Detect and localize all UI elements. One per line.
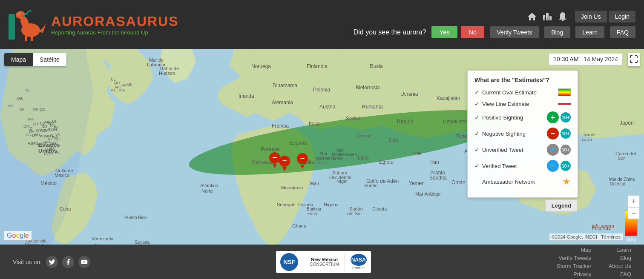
svg-text:Venezuela: Venezuela [92,236,114,241]
privacy-link[interactable]: Privacy [573,271,592,277]
notification-icon [557,11,569,23]
legend-item-viewline: ✓ View Line Estimate [474,100,571,107]
top-icons: 1 2 3 [526,11,569,23]
svg-text:Nicaragua: Nicaragua [25,243,44,245]
yes-button[interactable]: Yes [431,26,457,38]
zoom-in-button[interactable]: + [628,195,640,207]
svg-text:Etiopía: Etiopía [372,206,387,211]
svg-text:Mar de China: Mar de China [609,177,635,182]
svg-text:Irán: Irán [430,159,439,165]
storm-tracker-link[interactable]: Storm Tracker [557,263,592,269]
oval-check: ✓ [474,89,480,96]
map-btn[interactable]: Mapa [4,53,33,66]
zoom-out-button[interactable]: − [628,207,640,219]
youtube-icon[interactable] [78,256,90,268]
learn-link[interactable]: Learn [617,247,631,253]
verify-tweets-button[interactable]: Verify Tweets [490,26,539,38]
twitter-icon[interactable] [46,256,58,268]
svg-text:−: − [273,153,277,162]
legend-item-neg: ✓ Negative Sighting − 10+ [474,128,571,140]
fullscreen-button[interactable] [628,53,640,66]
verified-icons: 🐦 10+ [547,160,571,172]
logo-title: AURORASAURUS [51,14,179,29]
logo-subtitle: Reporting Auroras From the Ground Up [51,29,179,36]
svg-text:−: − [300,154,305,162]
unverified-check: ✓ [474,146,480,153]
svg-text:Alemania: Alemania [272,100,293,105]
map-link[interactable]: Map [581,247,591,253]
svg-text:Turquía: Turquía [396,119,414,125]
no-button[interactable]: No [461,26,484,38]
google-logo: Google [4,231,32,240]
svg-text:QC: QC [40,107,46,111]
faq-link[interactable]: FAQ [620,271,631,277]
legend-item-oval: ✓ Current Oval Estimate [474,88,571,96]
unverified-label: Unverified Tweet [482,147,547,153]
svg-text:Ghana: Ghana [292,223,307,228]
svg-text:Austria: Austria [319,104,336,110]
blog-button[interactable]: Blog [544,26,570,38]
faq-button[interactable]: FAQ [610,26,635,38]
join-us-button[interactable]: Join Us [575,11,607,23]
map-container[interactable]: Estados Unidos México Venezuela Guyana G… [0,49,644,245]
pos-icons: + 10+ [547,111,571,123]
consortium-label: CONSORTIUM [310,262,339,267]
svg-text:1: 1 [546,17,548,20]
svg-text:Noruega: Noruega [251,63,271,69]
red-line [558,103,571,105]
unverified-icons: 🐦 10+ [547,144,571,156]
svg-text:MS: MS [45,148,51,152]
viewline-label: View Line Estimate [482,101,558,107]
svg-point-14 [562,20,564,21]
neg-label: Negative Sighting [482,131,547,137]
nasa-badge: NASA [351,254,367,266]
fullscreen-icon [630,55,638,63]
satellite-btn[interactable]: Satélite [33,53,66,66]
svg-text:TX: TX [37,143,43,148]
svg-text:Bielorrusia: Bielorrusia [356,85,380,91]
svg-text:Uzbekistán: Uzbekistán [443,119,468,125]
svg-rect-0 [9,14,15,40]
svg-text:Túnez: Túnez [315,160,327,165]
svg-text:del Sur: del Sur [347,211,362,216]
footer-logos: NSF New Mexico CONSORTIUM NASA Partner [276,251,371,273]
verify-tweets-link[interactable]: Verify Tweets [558,255,591,261]
map-toggle: Mapa Satélite [4,53,66,66]
date-value: 14 May 2024 [584,56,618,63]
svg-text:ible aurora: ible aurora [592,223,614,228]
learn-button[interactable]: Learn [575,26,604,38]
blog-link[interactable]: Blog [620,255,631,261]
neg-check: ✓ [474,130,480,137]
visit-text: Visit us on: [13,259,42,265]
facebook-icon[interactable] [62,256,74,268]
svg-rect-6 [25,35,27,41]
svg-rect-7 [31,35,33,41]
svg-text:AB: AB [8,104,13,108]
logo-text: AURORASAURUS Reporting Auroras From the … [51,14,179,36]
svg-text:ON: ON [33,107,39,111]
svg-text:Oriental: Oriental [610,182,625,186]
legend-tab-button[interactable]: Legend [545,199,578,212]
svg-text:Finlandia: Finlandia [307,63,328,69]
nsf-badge: NSF [280,253,298,271]
nav-right: 1 2 3 Join Us Login Did you see the auro… [354,11,635,38]
svg-text:Puerto Rico: Puerto Rico [124,215,147,220]
login-button[interactable]: Login [609,11,635,23]
svg-text:Atlántico: Atlántico [200,183,218,188]
legend-item-pos: ✓ Positive Sighting + 10+ [474,111,571,123]
time-value: 10:30 AM [553,56,578,63]
neg-icons: − 10+ [547,128,571,140]
pos-label: Positive Sighting [482,114,547,121]
svg-text:Mediterráneo: Mediterráneo [332,152,357,157]
about-us-link[interactable]: About Us [609,263,631,269]
svg-point-5 [18,13,19,14]
nsf-logo: NSF New Mexico CONSORTIUM NASA Partner [276,251,371,273]
pos-badge: + [547,111,559,123]
svg-text:Guyana: Guyana [135,240,150,245]
svg-text:Francia: Francia [272,123,289,129]
svg-text:OH: OH [51,128,57,132]
svg-text:SD: SD [42,124,47,128]
svg-text:NL: NL [111,77,116,82]
nmc-label: New Mexico [310,257,339,262]
svg-text:Kazajistán: Kazajistán [437,95,460,101]
